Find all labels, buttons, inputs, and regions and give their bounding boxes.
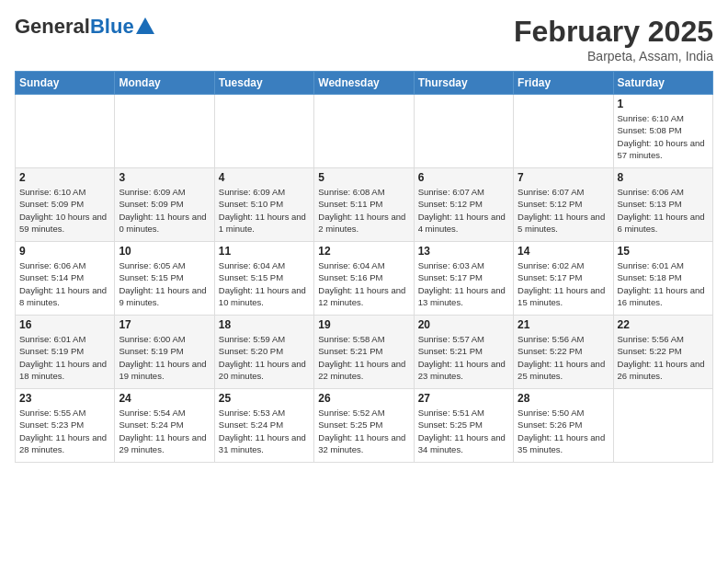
- weekday-header-saturday: Saturday: [613, 72, 712, 95]
- day-info: Sunrise: 6:10 AM Sunset: 5:09 PM Dayligh…: [19, 186, 110, 235]
- day-info: Sunrise: 5:51 AM Sunset: 5:25 PM Dayligh…: [418, 407, 509, 455]
- day-info: Sunrise: 5:56 AM Sunset: 5:22 PM Dayligh…: [518, 333, 609, 382]
- calendar-cell: 8Sunrise: 6:06 AM Sunset: 5:13 PM Daylig…: [613, 168, 712, 242]
- calendar-cell: 16Sunrise: 6:01 AM Sunset: 5:19 PM Dayli…: [16, 316, 115, 389]
- title-block: February 2025 Barpeta, Assam, India: [514, 15, 713, 63]
- weekday-header-tuesday: Tuesday: [214, 72, 313, 95]
- logo-triangle-icon: [136, 17, 154, 34]
- logo-general-text: General: [15, 15, 90, 39]
- calendar-cell: 24Sunrise: 5:54 AM Sunset: 5:24 PM Dayli…: [115, 389, 214, 463]
- day-info: Sunrise: 6:01 AM Sunset: 5:19 PM Dayligh…: [19, 333, 110, 382]
- calendar-cell: 12Sunrise: 6:04 AM Sunset: 5:16 PM Dayli…: [314, 242, 414, 316]
- day-number: 20: [418, 318, 509, 331]
- day-number: 19: [318, 318, 409, 331]
- day-number: 3: [119, 171, 210, 184]
- week-row-3: 16Sunrise: 6:01 AM Sunset: 5:19 PM Dayli…: [16, 316, 713, 389]
- week-row-0: 1Sunrise: 6:10 AM Sunset: 5:08 PM Daylig…: [16, 95, 713, 168]
- calendar-table: SundayMondayTuesdayWednesdayThursdayFrid…: [15, 71, 713, 463]
- calendar-cell: 18Sunrise: 5:59 AM Sunset: 5:20 PM Dayli…: [214, 316, 313, 389]
- day-info: Sunrise: 5:56 AM Sunset: 5:22 PM Dayligh…: [618, 333, 709, 382]
- calendar-cell: [414, 95, 513, 168]
- day-number: 13: [418, 245, 509, 258]
- day-info: Sunrise: 5:52 AM Sunset: 5:25 PM Dayligh…: [318, 407, 409, 455]
- day-info: Sunrise: 6:02 AM Sunset: 5:17 PM Dayligh…: [518, 259, 609, 308]
- day-info: Sunrise: 6:04 AM Sunset: 5:16 PM Dayligh…: [318, 259, 409, 308]
- day-info: Sunrise: 6:09 AM Sunset: 5:09 PM Dayligh…: [119, 186, 210, 235]
- day-number: 8: [618, 171, 709, 184]
- calendar-cell: 19Sunrise: 5:58 AM Sunset: 5:21 PM Dayli…: [314, 316, 414, 389]
- day-number: 1: [618, 98, 709, 110]
- weekday-header-wednesday: Wednesday: [314, 72, 414, 95]
- calendar-cell: [314, 95, 414, 168]
- day-number: 21: [518, 318, 609, 331]
- week-row-4: 23Sunrise: 5:55 AM Sunset: 5:23 PM Dayli…: [16, 389, 713, 463]
- day-number: 14: [518, 245, 609, 258]
- calendar-cell: 25Sunrise: 5:53 AM Sunset: 5:24 PM Dayli…: [214, 389, 313, 463]
- day-info: Sunrise: 5:54 AM Sunset: 5:24 PM Dayligh…: [119, 407, 210, 455]
- day-number: 7: [518, 171, 609, 184]
- calendar-cell: 23Sunrise: 5:55 AM Sunset: 5:23 PM Dayli…: [16, 389, 115, 463]
- day-info: Sunrise: 5:53 AM Sunset: 5:24 PM Dayligh…: [219, 407, 310, 455]
- page-header: General Blue February 2025 Barpeta, Assa…: [15, 15, 713, 63]
- day-number: 18: [219, 318, 310, 331]
- day-info: Sunrise: 6:08 AM Sunset: 5:11 PM Dayligh…: [318, 186, 409, 235]
- weekday-header-sunday: Sunday: [16, 72, 115, 95]
- weekday-header-row: SundayMondayTuesdayWednesdayThursdayFrid…: [16, 72, 713, 95]
- location-text: Barpeta, Assam, India: [514, 49, 713, 63]
- calendar-cell: 9Sunrise: 6:06 AM Sunset: 5:14 PM Daylig…: [16, 242, 115, 316]
- day-info: Sunrise: 6:09 AM Sunset: 5:10 PM Dayligh…: [219, 186, 310, 235]
- day-info: Sunrise: 6:03 AM Sunset: 5:17 PM Dayligh…: [418, 259, 509, 308]
- calendar-cell: 15Sunrise: 6:01 AM Sunset: 5:18 PM Dayli…: [613, 242, 712, 316]
- day-number: 4: [219, 171, 310, 184]
- calendar-cell: [514, 95, 613, 168]
- calendar-cell: 4Sunrise: 6:09 AM Sunset: 5:10 PM Daylig…: [214, 168, 313, 242]
- day-number: 27: [418, 392, 509, 405]
- calendar-cell: 13Sunrise: 6:03 AM Sunset: 5:17 PM Dayli…: [414, 242, 513, 316]
- calendar-cell: 6Sunrise: 6:07 AM Sunset: 5:12 PM Daylig…: [414, 168, 513, 242]
- day-number: 16: [19, 318, 110, 331]
- day-info: Sunrise: 5:58 AM Sunset: 5:21 PM Dayligh…: [318, 333, 409, 382]
- calendar-cell: 2Sunrise: 6:10 AM Sunset: 5:09 PM Daylig…: [16, 168, 115, 242]
- calendar-cell: [214, 95, 313, 168]
- calendar-cell: 11Sunrise: 6:04 AM Sunset: 5:15 PM Dayli…: [214, 242, 313, 316]
- calendar-cell: 7Sunrise: 6:07 AM Sunset: 5:12 PM Daylig…: [514, 168, 613, 242]
- day-number: 17: [119, 318, 210, 331]
- calendar-cell: 1Sunrise: 6:10 AM Sunset: 5:08 PM Daylig…: [613, 95, 712, 168]
- calendar-cell: 5Sunrise: 6:08 AM Sunset: 5:11 PM Daylig…: [314, 168, 414, 242]
- day-number: 25: [219, 392, 310, 405]
- day-info: Sunrise: 6:07 AM Sunset: 5:12 PM Dayligh…: [518, 186, 609, 235]
- calendar-cell: 21Sunrise: 5:56 AM Sunset: 5:22 PM Dayli…: [514, 316, 613, 389]
- calendar-cell: 3Sunrise: 6:09 AM Sunset: 5:09 PM Daylig…: [115, 168, 214, 242]
- calendar-cell: 27Sunrise: 5:51 AM Sunset: 5:25 PM Dayli…: [414, 389, 513, 463]
- calendar-cell: 26Sunrise: 5:52 AM Sunset: 5:25 PM Dayli…: [314, 389, 414, 463]
- day-info: Sunrise: 6:05 AM Sunset: 5:15 PM Dayligh…: [119, 259, 210, 308]
- day-info: Sunrise: 6:00 AM Sunset: 5:19 PM Dayligh…: [119, 333, 210, 382]
- logo: General Blue: [15, 15, 154, 39]
- weekday-header-thursday: Thursday: [414, 72, 513, 95]
- day-number: 5: [318, 171, 409, 184]
- day-number: 11: [219, 245, 310, 258]
- day-number: 22: [618, 318, 709, 331]
- week-row-1: 2Sunrise: 6:10 AM Sunset: 5:09 PM Daylig…: [16, 168, 713, 242]
- calendar-cell: 10Sunrise: 6:05 AM Sunset: 5:15 PM Dayli…: [115, 242, 214, 316]
- day-number: 9: [19, 245, 110, 258]
- day-number: 28: [518, 392, 609, 405]
- calendar-cell: 14Sunrise: 6:02 AM Sunset: 5:17 PM Dayli…: [514, 242, 613, 316]
- calendar-cell: [613, 389, 712, 463]
- day-info: Sunrise: 5:59 AM Sunset: 5:20 PM Dayligh…: [219, 333, 310, 382]
- weekday-header-friday: Friday: [514, 72, 613, 95]
- week-row-2: 9Sunrise: 6:06 AM Sunset: 5:14 PM Daylig…: [16, 242, 713, 316]
- day-info: Sunrise: 6:06 AM Sunset: 5:14 PM Dayligh…: [19, 259, 110, 308]
- calendar-cell: [115, 95, 214, 168]
- calendar-cell: 17Sunrise: 6:00 AM Sunset: 5:19 PM Dayli…: [115, 316, 214, 389]
- day-info: Sunrise: 6:06 AM Sunset: 5:13 PM Dayligh…: [618, 186, 709, 235]
- month-title: February 2025: [514, 15, 713, 49]
- day-number: 15: [618, 245, 709, 258]
- day-number: 2: [19, 171, 110, 184]
- day-info: Sunrise: 6:10 AM Sunset: 5:08 PM Dayligh…: [618, 112, 709, 161]
- day-info: Sunrise: 6:07 AM Sunset: 5:12 PM Dayligh…: [418, 186, 509, 235]
- day-info: Sunrise: 5:55 AM Sunset: 5:23 PM Dayligh…: [19, 407, 110, 455]
- calendar-cell: 20Sunrise: 5:57 AM Sunset: 5:21 PM Dayli…: [414, 316, 513, 389]
- calendar-cell: 28Sunrise: 5:50 AM Sunset: 5:26 PM Dayli…: [514, 389, 613, 463]
- calendar-cell: [16, 95, 115, 168]
